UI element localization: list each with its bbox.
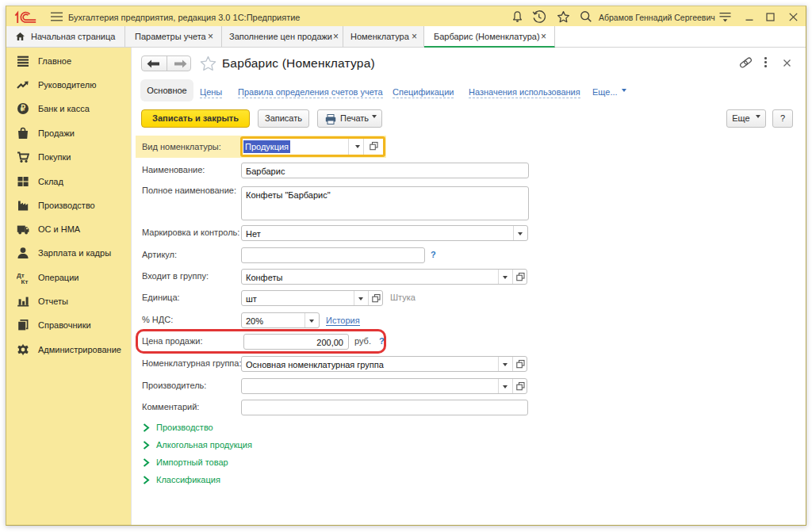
svg-text:Кт: Кт: [21, 278, 29, 285]
svg-text:₽: ₽: [21, 104, 26, 113]
